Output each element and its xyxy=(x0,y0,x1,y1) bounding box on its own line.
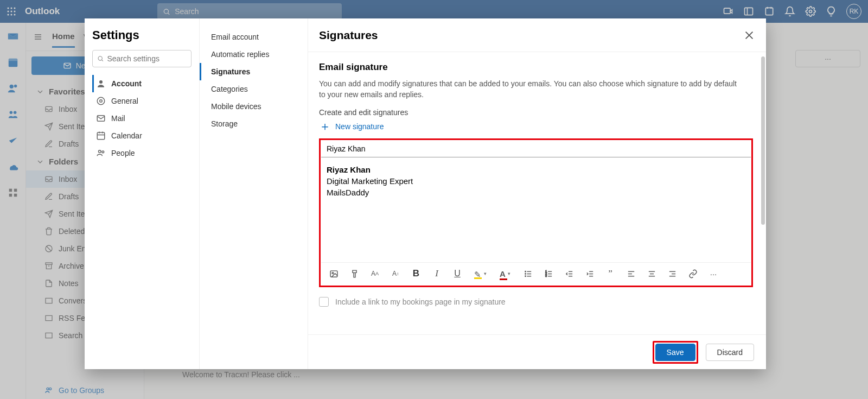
settings-modal: Settings Account General Mail Calendar P… xyxy=(85,18,766,369)
panel-body: Email signature You can add and modify s… xyxy=(308,52,766,334)
sig-line-1: Riyaz Khan xyxy=(327,164,745,175)
cat-people[interactable]: People xyxy=(92,144,192,162)
cat-calendar[interactable]: Calendar xyxy=(92,127,192,144)
include-bookings-label: Include a link to my bookings page in my… xyxy=(335,297,506,306)
svg-point-37 xyxy=(98,56,102,60)
svg-point-40 xyxy=(100,100,103,103)
panel-title: Signatures xyxy=(319,29,378,42)
highlight-color-icon[interactable]: ✎▾ xyxy=(473,269,487,278)
settings-sub-column: Email account Automatic replies Signatur… xyxy=(200,18,308,369)
svg-rect-48 xyxy=(330,270,337,276)
italic-icon[interactable]: I xyxy=(432,269,442,278)
svg-line-38 xyxy=(102,60,103,61)
underline-icon[interactable]: U xyxy=(452,269,462,278)
settings-title: Settings xyxy=(92,28,192,42)
panel-header: Signatures xyxy=(308,18,766,52)
panel-footer: Save Discard xyxy=(308,334,766,369)
svg-point-55 xyxy=(525,276,525,276)
signature-name-input[interactable] xyxy=(321,141,751,157)
settings-detail-panel: Signatures Email signature You can add a… xyxy=(308,18,766,369)
signature-editor-highlight: Riyaz Khan Digital Marketing Expert Mail… xyxy=(319,138,753,287)
svg-point-41 xyxy=(97,97,105,105)
new-signature-label: New signature xyxy=(335,122,384,131)
bold-icon[interactable]: B xyxy=(411,269,421,278)
discard-button[interactable]: Discard xyxy=(706,344,754,361)
font-family-icon[interactable]: AA xyxy=(370,269,380,278)
font-size-icon[interactable]: A↕ xyxy=(391,269,400,278)
include-bookings-checkbox[interactable] xyxy=(319,297,329,307)
save-highlight: Save xyxy=(653,341,698,364)
align-center-icon[interactable] xyxy=(647,269,656,278)
sub-signatures[interactable]: Signatures xyxy=(200,63,308,80)
sub-storage[interactable]: Storage xyxy=(200,115,308,132)
settings-search-input[interactable] xyxy=(107,54,187,63)
format-painter-icon[interactable] xyxy=(349,269,359,278)
indent-icon[interactable] xyxy=(585,269,595,278)
new-signature-button[interactable]: ＋ New signature xyxy=(319,122,753,131)
section-subtext: Create and edit signatures xyxy=(319,108,753,117)
editor-toolbar: AA A↕ B I U ✎▾ A▾ 123 ” ··· xyxy=(321,262,751,285)
svg-rect-43 xyxy=(97,132,105,140)
quote-icon[interactable]: ” xyxy=(605,269,615,278)
cat-account[interactable]: Account xyxy=(92,75,192,92)
sub-mobile[interactable]: Mobile devices xyxy=(200,98,308,115)
scrollbar-thumb[interactable] xyxy=(761,56,765,225)
outdent-icon[interactable] xyxy=(564,269,574,278)
sig-line-2: Digital Marketing Expert xyxy=(327,175,745,187)
include-bookings-row[interactable]: Include a link to my bookings page in my… xyxy=(319,297,753,307)
bullet-list-icon[interactable] xyxy=(523,269,533,278)
cat-mail[interactable]: Mail xyxy=(92,110,192,127)
close-icon[interactable] xyxy=(743,29,755,41)
cat-general[interactable]: General xyxy=(92,92,192,110)
insert-image-icon[interactable] xyxy=(329,269,339,278)
sub-auto-replies[interactable]: Automatic replies xyxy=(200,46,308,63)
more-format-icon[interactable]: ··· xyxy=(709,269,718,278)
svg-point-49 xyxy=(331,272,333,274)
settings-left-column: Settings Account General Mail Calendar P… xyxy=(85,18,200,369)
section-description: You can add and modify signatures that c… xyxy=(319,78,737,100)
svg-text:3: 3 xyxy=(545,275,547,277)
svg-point-44 xyxy=(99,150,101,153)
svg-point-53 xyxy=(525,271,525,271)
sub-email-account[interactable]: Email account xyxy=(200,28,308,46)
signature-editor[interactable]: Riyaz Khan Digital Marketing Expert Mail… xyxy=(321,157,751,262)
align-right-icon[interactable] xyxy=(667,269,677,278)
svg-point-45 xyxy=(102,151,104,153)
sig-line-3: MailsDaddy xyxy=(327,187,745,198)
sub-categories[interactable]: Categories xyxy=(200,80,308,98)
insert-link-icon[interactable] xyxy=(688,269,698,278)
number-list-icon[interactable]: 123 xyxy=(544,269,553,278)
settings-search[interactable] xyxy=(92,50,192,67)
section-heading: Email signature xyxy=(319,62,753,73)
svg-point-54 xyxy=(525,273,525,274)
font-color-icon[interactable]: A▾ xyxy=(498,269,512,278)
align-left-icon[interactable] xyxy=(626,269,636,278)
svg-point-39 xyxy=(99,80,103,84)
save-button[interactable]: Save xyxy=(655,344,695,361)
